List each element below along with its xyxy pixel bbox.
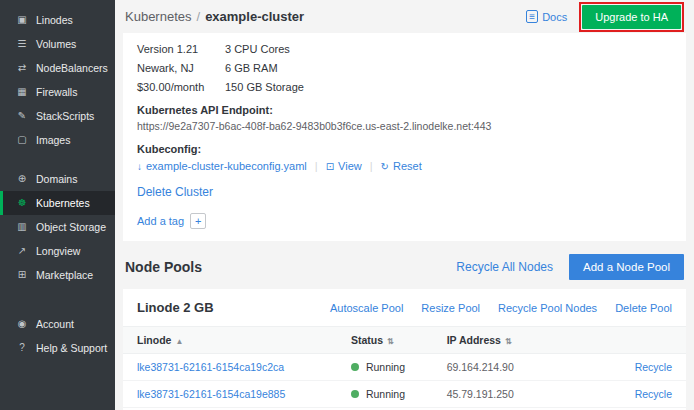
status-running-icon — [351, 390, 359, 398]
status-running-icon — [351, 363, 359, 371]
status-label: Running — [366, 361, 405, 373]
sidebar-item-label: Linodes — [36, 14, 73, 26]
kubeconfig-label: Kubeconfig: — [137, 143, 672, 155]
longview-icon: ↗ — [15, 246, 29, 256]
sidebar-item-domains[interactable]: ⊕ Domains — [0, 167, 115, 191]
sidebar-item-longview[interactable]: ↗ Longview — [0, 239, 115, 263]
sidebar-section-divider — [0, 152, 115, 167]
column-header-status[interactable]: Status⇅ — [337, 327, 433, 354]
sidebar-item-label: Help & Support — [36, 342, 107, 354]
sidebar-item-marketplace[interactable]: ⊞ Marketplace — [0, 263, 115, 287]
plus-icon: + — [190, 213, 206, 229]
node-pool-card: Linode 2 GB Autoscale Pool Resize Pool R… — [123, 289, 686, 410]
column-header-linode[interactable]: Linode▲ — [123, 327, 337, 354]
pool-actions: Autoscale Pool Resize Pool Recycle Pool … — [312, 302, 672, 314]
sort-both-icon: ⇅ — [387, 337, 394, 346]
annotation-highlight-box: Upgrade to HA — [579, 2, 684, 32]
node-table: Linode▲ Status⇅ IP Address⇅ lke38731-621… — [123, 326, 686, 410]
add-node-pool-button[interactable]: Add a Node Pool — [569, 254, 684, 280]
breadcrumb-separator: / — [197, 9, 201, 24]
sidebar-item-label: Longview — [36, 245, 80, 257]
api-endpoint-value: https://9e2a7307-b6ac-408f-ba62-9483b0b3… — [137, 120, 672, 132]
docs-label: Docs — [542, 11, 567, 23]
breadcrumb-kubernetes[interactable]: Kubernetes — [125, 9, 192, 24]
sidebar-item-account[interactable]: ◉ Account — [0, 312, 115, 336]
linode-link[interactable]: lke38731-62161-6154ca19c2ca — [123, 354, 337, 381]
resize-pool-link[interactable]: Resize Pool — [421, 302, 480, 314]
kubeconfig-download-link[interactable]: ↓ example-cluster-kubeconfig.yaml — [137, 160, 307, 172]
recycle-link[interactable]: Recycle — [585, 354, 686, 381]
node-pools-header: Node Pools Recycle All Nodes Add a Node … — [125, 254, 684, 280]
add-tag-label: Add a tag — [137, 215, 184, 227]
nodebalancers-icon: ⇄ — [15, 63, 29, 73]
sidebar-item-object-storage[interactable]: ▥ Object Storage — [0, 215, 115, 239]
table-row: lke38731-62161-6154ca19c2ca Running 69.1… — [123, 354, 686, 381]
docs-icon: ≡ — [526, 10, 538, 23]
pool-name: Linode 2 GB — [137, 300, 214, 315]
firewalls-icon: ▦ — [15, 87, 29, 97]
sidebar-item-volumes[interactable]: ☰ Volumes — [0, 32, 115, 56]
sidebar-item-label: Kubernetes — [36, 197, 90, 209]
recycle-pool-nodes-link[interactable]: Recycle Pool Nodes — [498, 302, 597, 314]
linode-link[interactable]: lke38731-62161-6154ca19e885 — [123, 381, 337, 408]
add-tag-button[interactable]: Add a tag + — [137, 213, 206, 229]
stackscripts-icon: ✎ — [15, 111, 29, 121]
divider: | — [370, 160, 373, 172]
help-icon: ? — [15, 343, 29, 353]
autoscale-pool-link[interactable]: Autoscale Pool — [330, 302, 403, 314]
linode-icon: ▣ — [15, 15, 29, 25]
column-header-ip[interactable]: IP Address⇅ — [433, 327, 585, 354]
sidebar-item-label: Marketplace — [36, 269, 93, 281]
recycle-link[interactable]: Recycle — [585, 381, 686, 408]
delete-cluster-link[interactable]: Delete Cluster — [137, 185, 213, 199]
main-content: Kubernetes/example-cluster ≡ Docs Upgrad… — [115, 0, 694, 410]
view-label: View — [338, 160, 362, 172]
sidebar-item-label: NodeBalancers — [36, 62, 108, 74]
spec-region: Newark, NJ — [137, 62, 225, 74]
sidebar-item-label: Account — [36, 318, 74, 330]
sidebar-item-images[interactable]: ▢ Images — [0, 128, 115, 152]
status-badge: Running — [351, 361, 419, 373]
reset-icon: ↻ — [381, 161, 389, 172]
sidebar-item-label: Domains — [36, 173, 77, 185]
sidebar-item-linodes[interactable]: ▣ Linodes — [0, 8, 115, 32]
sidebar: ▣ Linodes ☰ Volumes ⇄ NodeBalancers ▦ Fi… — [0, 0, 115, 410]
header-actions: ≡ Docs Upgrade to HA — [526, 2, 684, 32]
kubernetes-icon: ☸ — [15, 198, 29, 208]
breadcrumb-cluster-name: example-cluster — [205, 9, 304, 24]
images-icon: ▢ — [15, 135, 29, 145]
kubeconfig-actions: ↓ example-cluster-kubeconfig.yaml | ⊡ Vi… — [137, 160, 672, 172]
pool-card-header: Linode 2 GB Autoscale Pool Resize Pool R… — [123, 289, 686, 326]
cluster-specs: Version 1.21 3 CPU Cores Newark, NJ 6 GB… — [137, 43, 397, 93]
column-label: IP Address — [447, 334, 501, 346]
sidebar-item-kubernetes[interactable]: ☸ Kubernetes — [0, 191, 115, 215]
api-endpoint-label: Kubernetes API Endpoint: — [137, 104, 672, 116]
node-pools-header-actions: Recycle All Nodes Add a Node Pool — [456, 254, 684, 280]
sidebar-item-nodebalancers[interactable]: ⇄ NodeBalancers — [0, 56, 115, 80]
sidebar-item-label: Firewalls — [36, 86, 77, 98]
recycle-all-nodes-link[interactable]: Recycle All Nodes — [456, 260, 553, 274]
marketplace-icon: ⊞ — [15, 270, 29, 280]
delete-pool-link[interactable]: Delete Pool — [615, 302, 672, 314]
spec-price: $30.00/month — [137, 81, 225, 93]
upgrade-to-ha-button[interactable]: Upgrade to HA — [582, 5, 681, 29]
status-badge: Running — [351, 388, 419, 400]
sidebar-item-help-support[interactable]: ? Help & Support — [0, 336, 115, 360]
table-row: lke38731-62161-6154ca19e885 Running 45.7… — [123, 381, 686, 408]
sidebar-item-stackscripts[interactable]: ✎ StackScripts — [0, 104, 115, 128]
kubeconfig-reset-link[interactable]: ↻ Reset — [381, 160, 422, 172]
sidebar-item-label: StackScripts — [36, 110, 94, 122]
column-label: Linode — [137, 334, 171, 346]
page-header: Kubernetes/example-cluster ≡ Docs Upgrad… — [123, 0, 686, 33]
app-root: ▣ Linodes ☰ Volumes ⇄ NodeBalancers ▦ Fi… — [0, 0, 694, 410]
sort-asc-icon: ▲ — [175, 337, 183, 346]
docs-link[interactable]: ≡ Docs — [526, 10, 567, 23]
object-storage-icon: ▥ — [15, 222, 29, 232]
divider: | — [315, 160, 318, 172]
account-icon: ◉ — [15, 319, 29, 329]
column-header-actions — [585, 327, 686, 354]
sidebar-item-firewalls[interactable]: ▦ Firewalls — [0, 80, 115, 104]
domains-icon: ⊕ — [15, 174, 29, 184]
kubeconfig-view-link[interactable]: ⊡ View — [326, 160, 362, 172]
download-icon: ↓ — [137, 161, 142, 172]
